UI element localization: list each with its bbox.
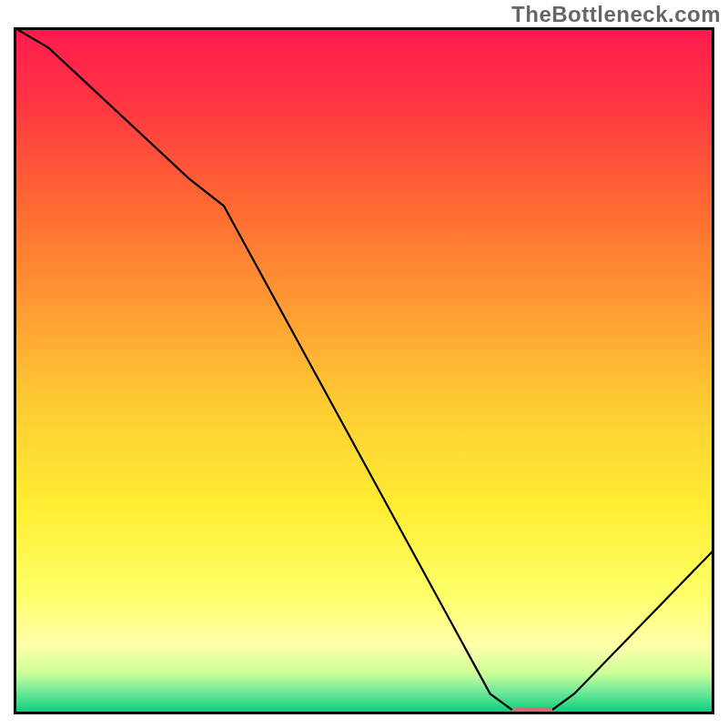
plot-area	[14, 27, 714, 714]
watermark-text: TheBottleneck.com	[511, 2, 721, 27]
chart-container: TheBottleneck.com	[0, 0, 728, 728]
gradient-background	[14, 27, 714, 714]
chart-svg	[14, 27, 714, 714]
